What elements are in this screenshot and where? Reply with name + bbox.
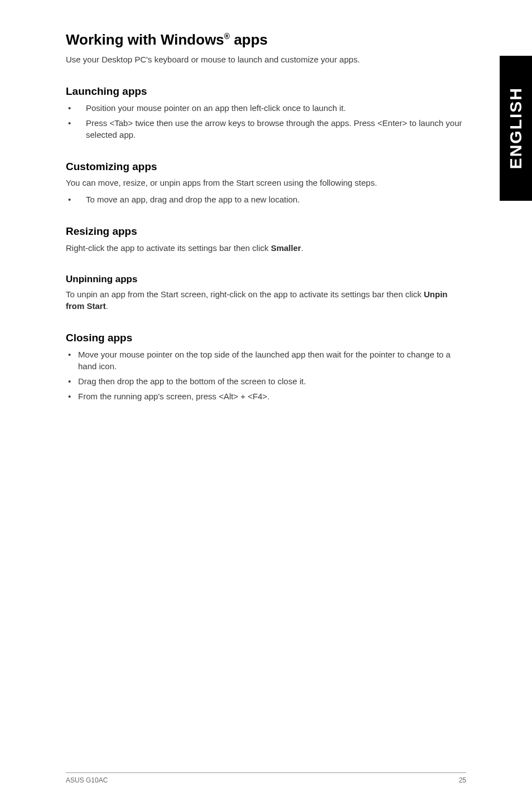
list-customizing: •To move an app, drag and drop the app t… <box>66 194 466 205</box>
heading-closing: Closing apps <box>66 332 466 344</box>
list-item-text: To move an app, drag and drop the app to… <box>86 194 466 205</box>
intro-text: Use your Desktop PC's keyboard or mouse … <box>66 54 466 65</box>
list-item: •Press <Tab> twice then use the arrow ke… <box>66 117 466 141</box>
section-unpinning: Unpinning apps To unpin an app from the … <box>66 274 466 312</box>
para-resizing: Right-click the app to activate its sett… <box>66 242 466 254</box>
para-unpinning: To unpin an app from the Start screen, r… <box>66 288 466 312</box>
heading-resizing: Resizing apps <box>66 225 466 238</box>
para-text: . <box>106 301 108 311</box>
section-launching: Launching apps •Position your mouse poin… <box>66 85 466 141</box>
bullet-icon: • <box>66 194 86 205</box>
list-item-text: Position your mouse pointer on an app th… <box>86 102 466 114</box>
heading-unpinning: Unpinning apps <box>66 274 466 285</box>
list-closing: •Move your mouse pointer on the top side… <box>66 349 466 402</box>
para-text: Right-click the app to activate its sett… <box>66 243 271 253</box>
language-tab: ENGLISH <box>500 56 532 201</box>
section-closing: Closing apps •Move your mouse pointer on… <box>66 332 466 402</box>
title-text-pre: Working with Windows <box>66 31 224 48</box>
bullet-icon: • <box>66 102 86 114</box>
list-item: •Drag then drop the app to the bottom of… <box>66 375 466 387</box>
section-resizing: Resizing apps Right-click the app to act… <box>66 225 466 254</box>
bullet-icon: • <box>66 390 78 402</box>
list-item-text: Drag then drop the app to the bottom of … <box>78 375 466 387</box>
list-item-text: Press <Tab> twice then use the arrow key… <box>86 117 466 141</box>
title-text-post: apps <box>230 31 268 48</box>
document-page: ENGLISH Working with Windows® apps Use y… <box>0 0 532 802</box>
subintro-customizing: You can move, resize, or unpin apps from… <box>66 177 466 189</box>
footer-page-number: 25 <box>459 776 466 784</box>
para-text: To unpin an app from the Start screen, r… <box>66 289 424 299</box>
list-item: •Move your mouse pointer on the top side… <box>66 349 466 372</box>
para-text: . <box>301 243 303 253</box>
footer-left: ASUS G10AC <box>66 776 108 784</box>
para-bold: Smaller <box>271 243 301 253</box>
page-title: Working with Windows® apps <box>66 31 466 49</box>
section-customizing: Customizing apps You can move, resize, o… <box>66 161 466 205</box>
list-item: •From the running app's screen, press <A… <box>66 390 466 402</box>
list-item-text: Move your mouse pointer on the top side … <box>78 349 466 372</box>
heading-launching: Launching apps <box>66 85 466 98</box>
heading-customizing: Customizing apps <box>66 161 466 173</box>
language-tab-label: ENGLISH <box>506 87 525 169</box>
bullet-icon: • <box>66 375 78 387</box>
title-registered-mark: ® <box>224 32 230 41</box>
bullet-icon: • <box>66 349 78 360</box>
list-launching: •Position your mouse pointer on an app t… <box>66 102 466 141</box>
footer: ASUS G10AC 25 <box>66 772 466 784</box>
bullet-icon: • <box>66 117 86 129</box>
list-item: •To move an app, drag and drop the app t… <box>66 194 466 205</box>
list-item-text: From the running app's screen, press <Al… <box>78 390 466 402</box>
list-item: •Position your mouse pointer on an app t… <box>66 102 466 114</box>
